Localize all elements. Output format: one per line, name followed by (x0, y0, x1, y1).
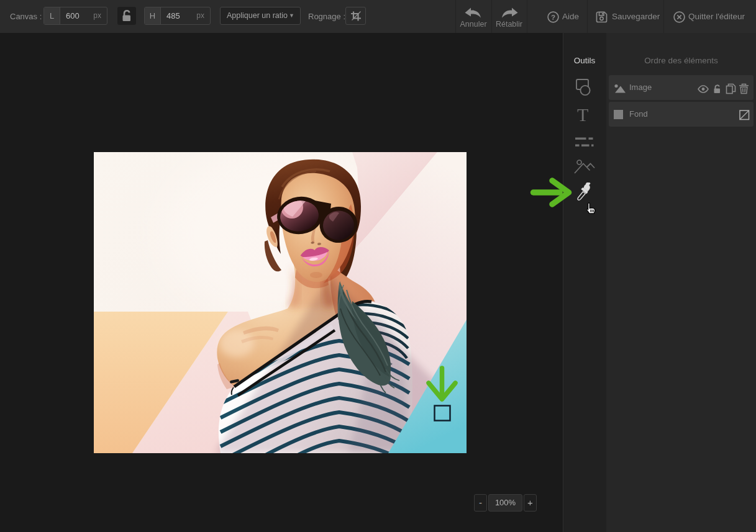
svg-text:?: ? (551, 14, 555, 21)
